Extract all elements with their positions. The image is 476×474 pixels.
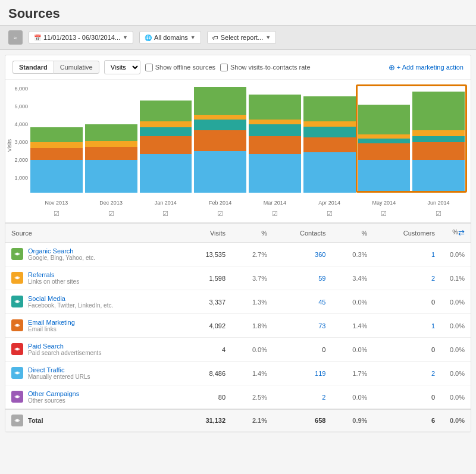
table-row: Organic Search Google, Bing, Yahoo, etc.…	[5, 243, 471, 266]
table-row: Social Media Facebook, Twitter, LinkedIn…	[5, 290, 471, 314]
calendar-icon[interactable]: ☑	[303, 210, 356, 218]
table-row: Referrals Links on other sites 1,5983.7%…	[5, 266, 471, 290]
table-cell-link[interactable]: 1	[373, 314, 441, 338]
source-icon	[11, 296, 23, 307]
total-row: Total 31,132 2.1% 658 0.9% 6 0.0%	[5, 409, 471, 432]
table-cell: 1.4%	[231, 362, 273, 385]
source-desc: Other sources	[28, 397, 79, 404]
standard-btn[interactable]: Standard	[12, 61, 54, 74]
total-label: Total	[5, 409, 182, 432]
metric-select[interactable]: Visits	[104, 60, 140, 74]
source-desc: Links on other sites	[28, 278, 79, 285]
source-name[interactable]: Referrals	[28, 271, 79, 278]
main-content: Standard Cumulative Visits Show offline …	[5, 55, 471, 432]
source-icon	[11, 391, 23, 403]
data-table: Source Visits % Contacts % Customers % ⇄…	[5, 222, 471, 432]
x-axis-label: Jun 2014	[412, 200, 465, 206]
source-desc: Email links	[28, 326, 75, 332]
source-cell: Organic Search Google, Bing, Yahoo, etc.	[11, 247, 176, 261]
source-name[interactable]: Organic Search	[28, 247, 95, 255]
table-cell: 0	[373, 385, 441, 410]
x-axis-label: Feb 2014	[194, 200, 246, 206]
domains-dropdown[interactable]: 🌐 All domains ▼	[139, 31, 201, 44]
table-cell: 0.0%	[441, 385, 471, 410]
source-name[interactable]: Other Campaigns	[28, 390, 79, 397]
table-row: Direct Traffic Manually entered URLs 8,4…	[5, 362, 471, 385]
bar-group	[140, 86, 192, 193]
source-name[interactable]: Email Marketing	[28, 319, 75, 326]
bar-group	[194, 86, 246, 193]
total-visits: 31,132	[182, 409, 231, 432]
source-cell: Social Media Facebook, Twitter, LinkedIn…	[11, 295, 176, 309]
table-cell: 0.0%	[441, 243, 471, 266]
col-source: Source	[5, 223, 182, 243]
toolbar-icon[interactable]: ≈	[8, 30, 23, 45]
svg-point-7	[16, 419, 18, 422]
bar-group	[249, 86, 301, 193]
calendar-icon[interactable]: ☑	[194, 210, 246, 218]
table-cell-link[interactable]: 73	[273, 314, 331, 338]
table-cell: 0.0%	[441, 314, 471, 338]
report-dropdown[interactable]: 🏷 Select report... ▼	[207, 31, 276, 44]
source-icon	[11, 248, 23, 260]
svg-point-3	[16, 324, 18, 327]
table-cell-link[interactable]: 2	[273, 385, 331, 410]
offline-sources-checkbox[interactable]: Show offline sources	[145, 64, 215, 71]
chart-controls: Standard Cumulative Visits Show offline …	[5, 55, 471, 80]
table-cell-link[interactable]: 119	[273, 362, 331, 385]
table-cell: 0	[273, 338, 331, 362]
source-name[interactable]: Social Media	[28, 295, 113, 302]
table-cell: 4	[182, 338, 231, 362]
calendar-icon[interactable]: ☑	[30, 210, 83, 218]
source-cell: Referrals Links on other sites	[11, 271, 176, 285]
source-icon	[11, 319, 23, 331]
calendar-icon[interactable]: ☑	[358, 210, 411, 218]
table-cell-link[interactable]: 2	[373, 362, 441, 385]
table-cell-link[interactable]: 360	[273, 243, 331, 266]
table-cell: 8,486	[182, 362, 231, 385]
col-contacts: Contacts	[273, 223, 331, 243]
date-range-dropdown[interactable]: 📅 11/01/2013 - 06/30/2014... ▼	[29, 31, 133, 44]
table-cell: 4,092	[182, 314, 231, 338]
table-cell: 13,535	[182, 243, 231, 266]
table-cell-link[interactable]: 1	[373, 243, 441, 266]
calendar-icon[interactable]: ☑	[412, 210, 465, 218]
source-name[interactable]: Paid Search	[28, 343, 101, 350]
table-row: Other Campaigns Other sources 802.5%20.0…	[5, 385, 471, 410]
svg-point-4	[16, 348, 18, 350]
sort-icon[interactable]: ⇄	[458, 228, 465, 237]
source-name[interactable]: Direct Traffic	[28, 366, 90, 373]
table-cell: 0.0%	[331, 290, 373, 314]
visits-contacts-checkbox[interactable]: Show visits-to-contacts rate	[220, 64, 311, 71]
svg-point-1	[16, 277, 18, 279]
add-marketing-btn[interactable]: ⊕ + Add marketing action	[389, 63, 464, 72]
x-axis-label: Jan 2014	[140, 200, 192, 206]
col-customers: Customers	[373, 223, 441, 243]
x-axis-label: Apr 2014	[303, 200, 356, 206]
bar-group	[303, 86, 356, 193]
view-mode-buttons: Standard Cumulative	[12, 61, 99, 74]
table-row: Email Marketing Email links 4,0921.8%731…	[5, 314, 471, 338]
table-cell: 0.0%	[231, 338, 273, 362]
source-cell: Direct Traffic Manually entered URLs	[11, 366, 176, 380]
source-icon	[11, 272, 23, 284]
col-visits: Visits	[182, 223, 231, 243]
chart-area: Visits 6,000 5,000 4,000 3,000 2,000 1,0…	[5, 80, 471, 222]
total-contacts-pct: 0.9%	[331, 409, 373, 432]
table-cell-link[interactable]: 45	[273, 290, 331, 314]
cumulative-btn[interactable]: Cumulative	[54, 61, 99, 74]
total-customers-pct: 0.0%	[441, 409, 471, 432]
table-cell-link[interactable]: 2	[373, 266, 441, 290]
table-cell: 0	[373, 290, 441, 314]
table-cell-link[interactable]: 59	[273, 266, 331, 290]
toolbar: ≈ 📅 11/01/2013 - 06/30/2014... ▼ 🌐 All d…	[0, 25, 476, 50]
total-customers: 6	[373, 409, 441, 432]
source-desc: Manually entered URLs	[28, 373, 90, 380]
calendar-icon[interactable]: ☑	[249, 210, 301, 218]
calendar-icon[interactable]: ☑	[140, 210, 192, 218]
table-cell: 0.0%	[441, 338, 471, 362]
calendar-icon[interactable]: ☑	[85, 210, 137, 218]
col-customers-pct: % ⇄	[441, 223, 471, 243]
total-visits-pct: 2.1%	[231, 409, 273, 432]
chart-bars	[30, 86, 465, 193]
